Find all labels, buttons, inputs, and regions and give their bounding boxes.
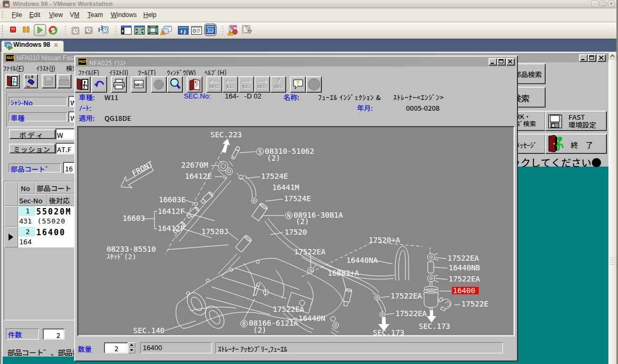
revert-snapshot-icon[interactable] bbox=[84, 26, 94, 35]
diagram-label-22670m[interactable]: 22670M bbox=[181, 161, 208, 169]
diagram-label-16440nb[interactable]: 16440NB bbox=[449, 263, 480, 272]
nfa010-print-button-disabled[interactable] bbox=[57, 74, 71, 88]
diagram-label-16603[interactable]: 16603 bbox=[123, 214, 145, 222]
reset-vm-icon[interactable] bbox=[48, 26, 58, 35]
part-code-label: 部品コート゛ bbox=[11, 164, 52, 174]
diagram-label-16412e[interactable]: 16412E bbox=[185, 172, 212, 180]
grid-header-secno: Sec-No bbox=[18, 194, 47, 206]
stop-vm-icon[interactable] bbox=[10, 27, 16, 32]
console-view-icon[interactable] bbox=[206, 25, 215, 34]
menu-view[interactable]: View bbox=[49, 11, 63, 19]
body-button[interactable]: ボディ bbox=[9, 129, 55, 139]
diagram-label-16412f[interactable]: 16412F bbox=[158, 207, 185, 216]
team-switch-icon[interactable] bbox=[241, 25, 253, 36]
diagram-label-16440n[interactable]: 16440N bbox=[298, 314, 326, 322]
take-snapshot-icon[interactable] bbox=[70, 26, 80, 35]
pause-vm-icon[interactable] bbox=[23, 27, 29, 32]
vmware-app-icon bbox=[3, 1, 10, 7]
unity-mode-icon[interactable] bbox=[148, 26, 158, 35]
grid-cell-taiou: (55020 bbox=[37, 217, 66, 225]
nfa025-window: FAST NFA025 ｲﾗｽﾄ ﾌｧｲﾙ(F) ｲﾗｽﾄ(I) ﾂｰﾙ(T) … bbox=[74, 55, 518, 361]
diagram-label-sec173[interactable]: SEC.173 bbox=[373, 328, 404, 335]
vmware-close-button[interactable]: ✕ bbox=[608, 1, 615, 7]
grid-row-2[interactable]: 2 16400 164 bbox=[18, 227, 81, 247]
diagram-label-2[interactable]: (2) bbox=[253, 326, 266, 334]
fast-settings-button[interactable]: FAST 環境設定 bbox=[545, 111, 607, 131]
diagram-label-2[interactable]: ｽﾀｯﾄﾞ(2) bbox=[107, 253, 136, 261]
fast-app-icon: FAST bbox=[5, 54, 14, 62]
grid-rowheader-1[interactable] bbox=[4, 206, 18, 227]
diagram-label-16603e[interactable]: 16603E bbox=[159, 195, 186, 204]
diagram-label-17522ea[interactable]: 17522EA bbox=[391, 292, 422, 300]
diagram-label-2[interactable]: (2) bbox=[267, 154, 280, 162]
quantity-down-button[interactable] bbox=[128, 348, 135, 353]
menu-windows[interactable]: Windows bbox=[111, 11, 137, 19]
diagram-label-sec173[interactable]: SEC.173 bbox=[419, 322, 450, 330]
diagram-label-17520a[interactable]: 17520+A bbox=[369, 236, 401, 244]
diagram-label-17522e[interactable]: 17522E bbox=[461, 300, 489, 308]
diagram-label-sec223[interactable]: SEC.223 bbox=[210, 130, 242, 139]
menu-file[interactable]: File bbox=[12, 11, 22, 19]
grid-rowheader-2[interactable] bbox=[4, 227, 18, 247]
menu-vm[interactable]: VM bbox=[70, 11, 79, 19]
nfa010-save-button-disabled[interactable] bbox=[42, 74, 56, 88]
vmware-menubar: File Edit View VM Team Windows Help bbox=[0, 9, 618, 22]
scrollbar-up-button[interactable] bbox=[608, 52, 616, 60]
fullscreen-icon[interactable] bbox=[134, 26, 145, 35]
diagram-label-16412f[interactable]: 16412F bbox=[158, 224, 185, 233]
exit-button[interactable]: 終 了 bbox=[545, 134, 607, 154]
nfa010-exit-button[interactable] bbox=[5, 74, 20, 88]
diagram-label-2[interactable]: (2) bbox=[296, 217, 309, 226]
diagram-label-17522ea[interactable]: 17522EA bbox=[449, 275, 481, 283]
diagram-label-sec140[interactable]: SEC.140 bbox=[133, 326, 165, 335]
snapshot-manager-icon[interactable] bbox=[98, 26, 109, 35]
vmware-left-border bbox=[0, 52, 1, 364]
nfa010-menu-file[interactable]: ﾌｧｲﾙ(F) bbox=[3, 63, 24, 72]
diagram-label-17522ea[interactable]: 17522EA bbox=[395, 309, 427, 318]
vmware-scrollbar[interactable] bbox=[608, 52, 616, 364]
diagram-label-16441m[interactable]: 16441M bbox=[272, 183, 299, 192]
scrollbar-grip[interactable] bbox=[609, 258, 615, 266]
diagram-label-0823385510[interactable]: 08233-85510 bbox=[107, 245, 156, 253]
vmware-restore-button[interactable]: ▢ bbox=[599, 1, 606, 7]
diagram-label-16440na[interactable]: 16440NA bbox=[346, 256, 378, 264]
tab-label: Windows 98 bbox=[13, 41, 50, 48]
diagram-label-17524e[interactable]: 17524E bbox=[261, 172, 288, 180]
menu-edit[interactable]: Edit bbox=[29, 11, 40, 19]
vmware-workstation-window: { "fast_logo": "FAST", "vmware": { "titl… bbox=[0, 0, 618, 364]
nfa010-minimize-button[interactable] bbox=[579, 54, 588, 62]
nfa010-clear-button[interactable]: CLR bbox=[23, 74, 38, 88]
diagram-label-17520[interactable]: 17520 bbox=[284, 228, 307, 236]
tab-close-icon[interactable]: ✕ bbox=[53, 42, 59, 49]
diagram-label-17520j[interactable]: 17520J bbox=[201, 227, 229, 236]
nfa010-close-button[interactable] bbox=[597, 54, 606, 62]
diagram-label-16883a[interactable]: 16883+A bbox=[328, 269, 360, 277]
nfa010-left-panel: ｼｬｼ-No W 車種 W ボディ W ミッション AT.F bbox=[3, 92, 84, 357]
chassis-no-label: ｼｬｼ-No bbox=[11, 97, 32, 107]
grid-row-1[interactable]: 1 55020M 431 (55020 bbox=[18, 206, 81, 227]
quantity-input[interactable]: 2 bbox=[104, 342, 128, 353]
diagram-label-17524e[interactable]: 17524E bbox=[284, 194, 311, 203]
menu-team[interactable]: Team bbox=[87, 11, 103, 19]
diagram-label-17522ea[interactable]: 17522EA bbox=[294, 247, 326, 256]
diagram-label-16400[interactable]: 16400 bbox=[453, 286, 475, 295]
nfa010-maximize-button[interactable] bbox=[588, 54, 596, 62]
vm-settings-icon[interactable] bbox=[178, 26, 189, 35]
nfa010-title: NFA010 Nissan Fast bbox=[17, 54, 75, 62]
nfa010-menu-illust[interactable]: ｲﾗｽﾄ(I) bbox=[36, 63, 55, 72]
date-value: 0005-0208 bbox=[406, 103, 440, 113]
show-sidebar-icon[interactable] bbox=[121, 26, 132, 35]
count-input[interactable]: 2 bbox=[43, 328, 64, 340]
vm-summary-icon[interactable] bbox=[191, 26, 202, 35]
diagram-panel[interactable]: SEC.22322670M16412ES08310-51062(2)17524E… bbox=[77, 126, 515, 336]
menu-help[interactable]: Help bbox=[143, 11, 157, 19]
quantity-up-button[interactable] bbox=[128, 342, 135, 348]
vmware-minimize-button[interactable]: – bbox=[591, 1, 598, 7]
console-warning-icon[interactable]: ! bbox=[160, 26, 172, 35]
team-status-icon[interactable]: ! bbox=[227, 25, 239, 36]
diagram-label-17522ea[interactable]: 17522EA bbox=[273, 305, 305, 313]
parts-diagram[interactable]: SEC.22322670M16412ES08310-51062(2)17524E… bbox=[78, 127, 514, 335]
diagram-label-17522ea[interactable]: 17522EA bbox=[448, 254, 479, 262]
mission-button[interactable]: ミッション bbox=[9, 144, 55, 153]
play-vm-icon[interactable] bbox=[37, 27, 43, 34]
